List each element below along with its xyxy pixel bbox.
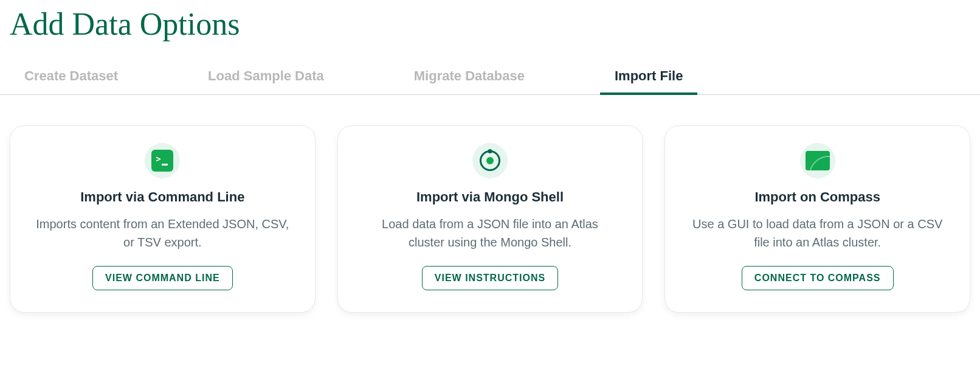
connect-to-compass-button[interactable]: CONNECT TO COMPASS: [742, 266, 894, 290]
view-instructions-button[interactable]: VIEW INSTRUCTIONS: [422, 266, 558, 290]
card-description: Use a GUI to load data from a JSON or a …: [690, 215, 945, 251]
card-title: Import on Compass: [754, 189, 880, 205]
tab-import-file[interactable]: Import File: [600, 61, 697, 95]
mongo-shell-icon: [472, 143, 508, 178]
card-description: Imports content from an Extended JSON, C…: [35, 215, 290, 251]
card-description: Load data from a JSON file into an Atlas…: [362, 215, 618, 251]
card-mongo-shell: Import via Mongo Shell Load data from a …: [337, 125, 643, 313]
page-title: Add Data Options: [0, 0, 980, 60]
card-command-line: Import via Command Line Imports content …: [10, 125, 316, 313]
card-title: Import via Mongo Shell: [416, 189, 564, 205]
card-compass: Import on Compass Use a GUI to load data…: [664, 125, 970, 313]
view-command-line-button[interactable]: VIEW COMMAND LINE: [92, 266, 233, 290]
terminal-icon: [145, 143, 180, 178]
compass-icon: [800, 143, 835, 178]
tab-create-dataset[interactable]: Create Dataset: [10, 61, 133, 95]
tab-load-sample-data[interactable]: Load Sample Data: [193, 61, 339, 95]
tab-migrate-database[interactable]: Migrate Database: [399, 61, 539, 95]
cards-row: Import via Command Line Imports content …: [0, 95, 980, 331]
tabs-row: Create Dataset Load Sample Data Migrate …: [0, 60, 980, 95]
card-title: Import via Command Line: [80, 189, 244, 205]
